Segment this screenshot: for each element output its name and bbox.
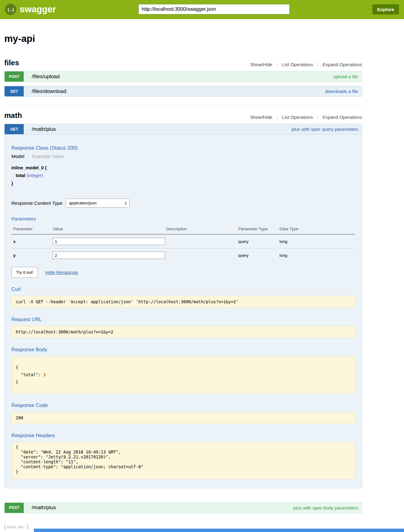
col-header-value: Value bbox=[53, 225, 166, 234]
model-prop-type: (integer) bbox=[26, 173, 43, 178]
try-row: Try it out! Hide Response bbox=[11, 267, 355, 278]
param-type: query bbox=[238, 248, 280, 262]
page-title: my-api bbox=[4, 33, 362, 44]
files-section-header: files Show/Hide List Operations Expand O… bbox=[4, 58, 362, 67]
response-headers-line: "date": "Wed, 22 Aug 2018 18:49:13 GMT", bbox=[16, 450, 351, 455]
model-tabs: Model Example Value bbox=[11, 154, 355, 159]
files-section-title: files bbox=[4, 58, 19, 67]
response-body-key: "total": bbox=[16, 372, 43, 377]
model-property: total (integer) bbox=[11, 172, 355, 179]
expand-operations-link[interactable]: Expand Operations bbox=[318, 62, 362, 67]
brand-title: swagger bbox=[20, 4, 56, 14]
show-hide-link[interactable]: Show/Hide bbox=[250, 62, 277, 67]
response-content-type-row: Response Content Type application/json ▲… bbox=[11, 199, 355, 208]
show-hide-link[interactable]: Show/Hide bbox=[250, 115, 277, 120]
op-row-post-math-plus[interactable]: POST /math/plus plus with spec body para… bbox=[4, 502, 362, 513]
request-url: http://localhost:3000/math/plus?x=1&y=2 bbox=[16, 329, 351, 334]
http-method-badge: GET bbox=[5, 124, 24, 134]
operation-files-download: GET /files/download downloads a file bbox=[4, 86, 362, 97]
response-headers-line: } bbox=[16, 470, 351, 474]
spec-url-input[interactable] bbox=[138, 4, 290, 14]
param-x-input[interactable] bbox=[53, 238, 165, 245]
tab-model[interactable]: Model bbox=[11, 154, 28, 159]
response-headers-box: { "date": "Wed, 22 Aug 2018 18:49:13 GMT… bbox=[11, 442, 355, 479]
expand-operations-link[interactable]: Expand Operations bbox=[318, 115, 362, 120]
model-close: } bbox=[11, 180, 355, 187]
operation-math-plus-post: POST /math/plus plus with spec body para… bbox=[4, 502, 362, 513]
http-method-badge: GET bbox=[5, 86, 24, 96]
tab-example-value[interactable]: Example Value bbox=[28, 154, 64, 159]
math-section-header: math Show/Hide List Operations Expand Op… bbox=[4, 111, 362, 120]
op-summary-link[interactable]: plus with spec query parameters bbox=[292, 124, 362, 134]
op-path: /math/plus bbox=[32, 503, 56, 513]
col-header-parameter-type: Parameter Type bbox=[238, 225, 280, 234]
model-open: inline_model_0 { bbox=[11, 164, 355, 172]
curl-heading: Curl bbox=[11, 286, 355, 292]
op-path: /files/upload bbox=[32, 71, 60, 82]
param-data-type: long bbox=[279, 234, 355, 248]
url-input-wrap bbox=[56, 4, 372, 14]
math-section-title: math bbox=[4, 111, 22, 120]
main-content: my-api files Show/Hide List Operations E… bbox=[0, 33, 362, 530]
response-body-close: } bbox=[16, 378, 351, 386]
http-method-badge: POST bbox=[5, 503, 24, 513]
http-method-badge: POST bbox=[5, 71, 24, 82]
op-summary-link[interactable]: downloads a file bbox=[325, 86, 362, 96]
select-arrows-icon: ▲▼ bbox=[125, 201, 127, 205]
list-operations-link[interactable]: List Operations bbox=[277, 62, 318, 67]
bottom-progress-bar bbox=[34, 529, 404, 532]
swagger-braces-icon: {…} bbox=[5, 4, 16, 15]
op-summary-link[interactable]: plus with spec body parameters bbox=[293, 503, 362, 513]
param-description bbox=[166, 248, 238, 262]
hide-response-link[interactable]: Hide Response bbox=[45, 270, 78, 275]
op-summary-link[interactable]: upload a file bbox=[333, 71, 362, 82]
model-signature: inline_model_0 { total (integer) } bbox=[11, 164, 355, 187]
response-headers-heading: Response Headers bbox=[11, 433, 355, 438]
col-header-parameter: Parameter bbox=[11, 225, 53, 234]
selected-content-type: application/json bbox=[69, 201, 97, 205]
response-code: 200 bbox=[16, 415, 351, 420]
op-expanded-content: Response Class (Status 200) Model Exampl… bbox=[4, 135, 362, 488]
response-class-heading: Response Class (Status 200) bbox=[11, 145, 355, 151]
param-type: query bbox=[238, 234, 280, 248]
parameter-row-x: x query long bbox=[11, 234, 355, 248]
parameters-heading: Parameters bbox=[11, 216, 355, 222]
parameter-row-y: y query long bbox=[11, 248, 355, 262]
operation-math-plus-get: GET /math/plus plus with spec query para… bbox=[4, 124, 362, 488]
request-url-box: http://localhost:3000/math/plus?x=1&y=2 bbox=[11, 326, 355, 338]
response-body-value: 3 bbox=[43, 372, 46, 377]
response-body-heading: Response Body bbox=[11, 347, 355, 353]
response-body-line: "total": 3 bbox=[16, 371, 351, 379]
response-code-box: 200 bbox=[11, 412, 355, 424]
try-it-out-button[interactable]: Try it out! bbox=[11, 267, 38, 278]
math-section-controls: Show/Hide List Operations Expand Operati… bbox=[250, 115, 362, 120]
list-operations-link[interactable]: List Operations bbox=[277, 115, 318, 120]
op-path: /math/plus bbox=[32, 124, 56, 134]
curl-command-box: curl -X GET --header 'Accept: applicatio… bbox=[11, 296, 355, 308]
op-path: /files/download bbox=[32, 86, 66, 96]
operation-files-upload: POST /files/upload upload a file bbox=[4, 71, 362, 82]
response-headers-line: { bbox=[16, 445, 351, 450]
response-body-box: { "total": 3 } bbox=[11, 356, 355, 394]
files-section-controls: Show/Hide List Operations Expand Operati… bbox=[250, 62, 362, 67]
op-row-get-math-plus[interactable]: GET /math/plus plus with spec query para… bbox=[4, 124, 362, 135]
model-prop-name: total bbox=[16, 173, 25, 178]
param-description bbox=[166, 234, 238, 248]
response-headers-line: "content-length": "11", bbox=[16, 460, 351, 465]
response-code-heading: Response Code bbox=[11, 402, 355, 408]
bracket-close: ] bbox=[27, 524, 28, 530]
response-headers-line: "content-type": "application/json; chars… bbox=[16, 465, 351, 470]
col-header-data-type: Data Type bbox=[279, 225, 355, 234]
explore-button[interactable]: Explore bbox=[372, 4, 399, 14]
parameters-table: Parameter Value Description Parameter Ty… bbox=[11, 225, 355, 262]
param-y-input[interactable] bbox=[53, 252, 165, 259]
response-content-type-label: Response Content Type bbox=[11, 200, 63, 206]
bracket-open: [ bbox=[4, 524, 6, 530]
op-row-post-files-upload[interactable]: POST /files/upload upload a file bbox=[4, 71, 362, 82]
base-url-label: BASE URL: bbox=[7, 525, 25, 529]
request-url-heading: Request URL bbox=[11, 316, 355, 322]
response-content-type-select[interactable]: application/json ▲▼ bbox=[66, 199, 130, 208]
response-body-open: { bbox=[16, 364, 351, 371]
op-row-get-files-download[interactable]: GET /files/download downloads a file bbox=[4, 86, 362, 97]
param-name: x bbox=[11, 234, 53, 248]
